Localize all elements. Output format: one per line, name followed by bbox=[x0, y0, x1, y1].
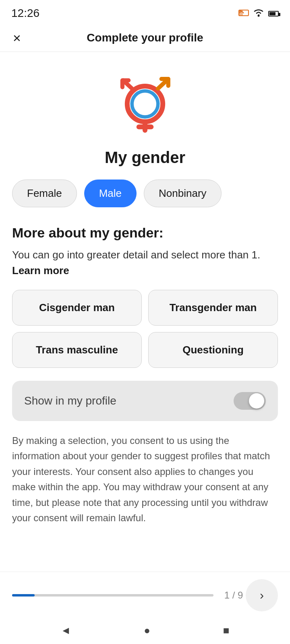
android-recents-button[interactable]: ■ bbox=[223, 624, 230, 637]
detail-option-transgender-man[interactable]: Transgender man bbox=[148, 290, 278, 326]
battery-icon bbox=[268, 9, 279, 18]
bottom-bar: 1 / 9 › ◄ ● ■ bbox=[0, 572, 290, 644]
gender-options: Female Male Nonbinary bbox=[12, 180, 278, 207]
main-content: My gender Female Male Nonbinary More abo… bbox=[0, 52, 290, 526]
wifi-icon bbox=[253, 8, 264, 19]
gender-option-male[interactable]: Male bbox=[84, 180, 137, 207]
progress-row: 1 / 9 › bbox=[0, 572, 290, 619]
progress-label: 1 / 9 bbox=[222, 590, 246, 601]
gender-symbol-icon bbox=[111, 68, 179, 136]
show-in-profile-toggle[interactable] bbox=[234, 392, 266, 410]
cast-icon bbox=[238, 8, 249, 19]
learn-more-link[interactable]: Learn more bbox=[12, 264, 69, 277]
android-nav: ◄ ● ■ bbox=[0, 619, 290, 644]
top-nav: × Complete your profile bbox=[0, 24, 290, 52]
detail-option-questioning[interactable]: Questioning bbox=[148, 332, 278, 368]
detail-option-trans-masculine[interactable]: Trans masculine bbox=[12, 332, 142, 368]
more-gender-desc: You can go into greater detail and selec… bbox=[12, 247, 278, 279]
consent-text: By making a selection, you consent to us… bbox=[12, 433, 278, 526]
gender-option-nonbinary[interactable]: Nonbinary bbox=[144, 180, 222, 207]
show-in-profile-row: Show in my profile bbox=[12, 381, 278, 421]
toggle-knob bbox=[249, 393, 264, 409]
more-gender-desc-text: You can go into greater detail and selec… bbox=[12, 249, 260, 261]
progress-track bbox=[12, 594, 213, 597]
detail-options-grid: Cisgender man Transgender man Trans masc… bbox=[12, 290, 278, 368]
status-bar: 12:26 bbox=[0, 0, 290, 24]
detail-option-cisgender-man[interactable]: Cisgender man bbox=[12, 290, 142, 326]
status-time: 12:26 bbox=[11, 7, 39, 20]
more-gender-title: More about my gender: bbox=[12, 225, 278, 241]
gender-option-female[interactable]: Female bbox=[12, 180, 77, 207]
toggle-label: Show in my profile bbox=[24, 394, 116, 407]
status-icons bbox=[238, 8, 279, 19]
close-button[interactable]: × bbox=[11, 29, 23, 46]
svg-point-5 bbox=[137, 97, 152, 111]
android-home-button[interactable]: ● bbox=[144, 624, 150, 637]
progress-fill bbox=[12, 594, 35, 597]
next-button[interactable]: › bbox=[246, 579, 278, 611]
android-back-button[interactable]: ◄ bbox=[60, 624, 71, 637]
page-title: Complete your profile bbox=[87, 31, 203, 44]
svg-point-2 bbox=[258, 14, 260, 17]
my-gender-title: My gender bbox=[12, 149, 278, 167]
gender-icon-container bbox=[12, 68, 278, 136]
